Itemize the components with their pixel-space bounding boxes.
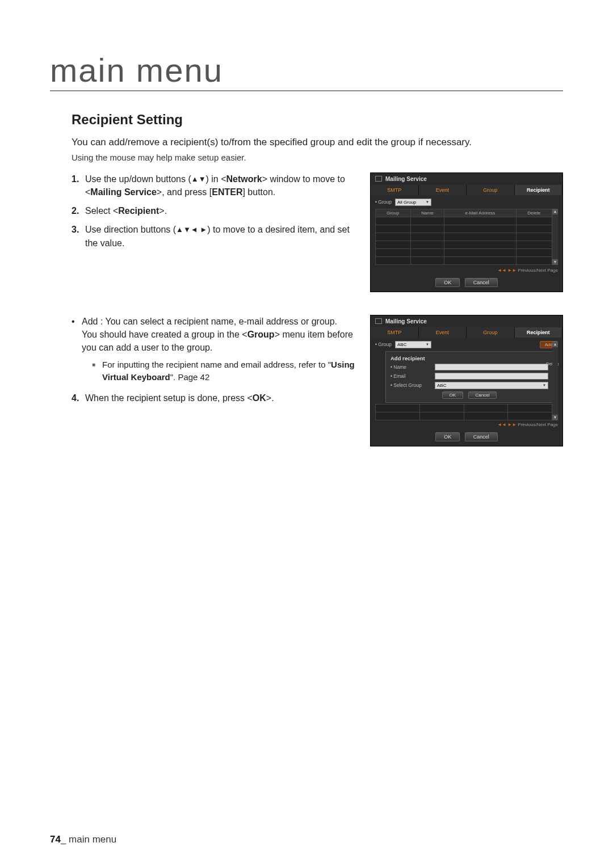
mouse-note: Using the mouse may help make setup easi… (72, 153, 563, 162)
direction-arrows-icon: ▲▼◄ ► (176, 225, 207, 234)
window-icon (375, 176, 382, 182)
tab-recipient[interactable]: Recipient (515, 327, 563, 338)
bullet-add: • Add : You can select a recipient name,… (72, 315, 359, 388)
email-label: • Email (391, 373, 430, 379)
scroll-up-icon[interactable]: ▲ (552, 209, 558, 214)
step-4: 4. When the recipient setup is done, pre… (72, 391, 359, 404)
step-1: 1. Use the up/down buttons (▲▼) in <Netw… (72, 172, 359, 199)
tab-smtp[interactable]: SMTP (371, 327, 419, 338)
prev-page-icon[interactable]: ◄◄ (497, 268, 507, 273)
scroll-down-icon[interactable]: ▼ (552, 259, 558, 265)
col-email: e-Mail Address (444, 209, 516, 217)
cancel-button[interactable]: Cancel (465, 278, 498, 287)
tab-bar: SMTP Event Group Recipient (371, 327, 562, 338)
footer-label: main menu (66, 834, 116, 845)
step-text: Select <Recipient>. (85, 204, 359, 217)
recipient-table (375, 404, 552, 420)
intro-text: You can add/remove a recipient(s) to/fro… (72, 136, 563, 149)
chapter-title: main menu (50, 51, 563, 91)
table-row[interactable] (376, 404, 552, 412)
dialog-cancel-button[interactable]: Cancel (468, 391, 497, 399)
step-text: When the recipient setup is done, press … (85, 391, 359, 404)
table-row[interactable] (376, 233, 552, 241)
pager: ◄◄ ►► Previous/Next Page (371, 420, 562, 429)
name-input[interactable] (435, 364, 548, 370)
tab-smtp[interactable]: SMTP (371, 185, 419, 195)
select-group-dropdown[interactable]: ABC (435, 382, 548, 389)
pager: ◄◄ ►► Previous/Next Page (371, 266, 562, 275)
tab-event[interactable]: Event (419, 185, 467, 195)
steps-list: 1. Use the up/down buttons (▲▼) in <Netw… (72, 172, 359, 250)
table-row[interactable] (376, 256, 552, 264)
mailing-service-panel-1: Mailing Service SMTP Event Group Recipie… (370, 172, 563, 292)
add-recipient-dialog: Add recipient • Name • Email • Select Gr… (385, 351, 553, 403)
cancel-button[interactable]: Cancel (465, 432, 498, 441)
group-label: • Group (375, 199, 392, 205)
page-footer: 74_ main menu (50, 834, 116, 845)
select-group-label: • Select Group (391, 382, 430, 388)
group-label: • Group (375, 342, 392, 347)
sub-bullet-keyboard: ■ For inputting the recipient name and e… (92, 359, 359, 384)
ok-button[interactable]: OK (435, 278, 460, 287)
prev-page-icon[interactable]: ◄◄ (497, 422, 507, 427)
step-2: 2. Select <Recipient>. (72, 204, 359, 217)
bullet-icon: • (72, 315, 82, 388)
name-label: • Name (391, 364, 430, 370)
ok-button[interactable]: OK (435, 432, 460, 441)
tab-group[interactable]: Group (467, 185, 515, 195)
step-text: Use direction buttons (▲▼◄ ►) to move to… (85, 223, 359, 249)
step-text: Use the up/down buttons (▲▼) in <Network… (85, 172, 359, 199)
table-row[interactable] (376, 248, 552, 256)
bullet-add-note: You should have created a group in the <… (82, 330, 353, 352)
email-input[interactable] (435, 373, 548, 380)
tab-group[interactable]: Group (467, 327, 515, 338)
tab-bar: SMTP Event Group Recipient (371, 185, 562, 195)
updown-arrows-icon: ▲▼ (191, 175, 206, 183)
col-group: Group (376, 209, 411, 217)
step-number: 1. (72, 172, 85, 199)
col-name: Name (410, 209, 444, 217)
step-number: 4. (72, 391, 85, 404)
square-bullet-icon: ■ (92, 359, 102, 384)
mailing-service-panel-2: Mailing Service SMTP Event Group Recipie… (370, 315, 563, 446)
panel-title: Mailing Service (371, 173, 562, 185)
section-title: Recipient Setting (72, 112, 563, 128)
table-row[interactable] (376, 412, 552, 420)
table-scrollbar[interactable]: ▲ ▼ (552, 209, 558, 265)
group-dropdown[interactable]: ABC (395, 341, 431, 348)
tab-recipient[interactable]: Recipient (515, 185, 563, 195)
next-page-icon[interactable]: ►► (507, 422, 518, 427)
dialog-ok-button[interactable]: OK (442, 391, 464, 399)
page-number: 74 (50, 834, 61, 845)
step-number: 3. (72, 223, 85, 249)
step-3: 3. Use direction buttons (▲▼◄ ►) to move… (72, 223, 359, 249)
scroll-up-icon[interactable]: ▲ (552, 342, 558, 347)
dialog-title: Add recipient (391, 354, 548, 364)
table-row[interactable] (376, 225, 552, 233)
recipient-table: Group Name e-Mail Address Delete (375, 209, 552, 265)
next-page-icon[interactable]: ►► (507, 268, 518, 273)
window-icon (375, 318, 382, 324)
col-delete: Delete (516, 209, 552, 217)
group-dropdown[interactable]: All Group (395, 199, 431, 206)
table-scrollbar[interactable]: ▲ ▼ (552, 342, 558, 420)
tab-event[interactable]: Event (419, 327, 467, 338)
table-row[interactable] (376, 241, 552, 248)
bullet-add-text: Add : You can select a recipient name, e… (82, 317, 337, 326)
scroll-down-icon[interactable]: ▼ (552, 415, 558, 420)
panel-title: Mailing Service (371, 315, 562, 327)
step-number: 2. (72, 204, 85, 217)
table-row[interactable] (376, 217, 552, 225)
